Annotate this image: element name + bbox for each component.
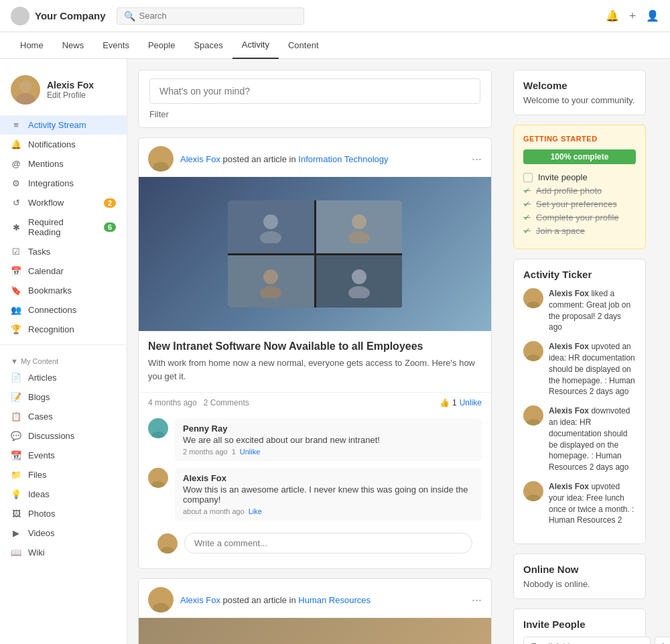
nav-activity[interactable]: Activity — [232, 32, 279, 59]
feed-image — [139, 177, 491, 331]
sidebar-label: Calendar — [28, 266, 64, 276]
search-box[interactable]: 🔍 — [117, 7, 304, 25]
gs-item-label: Complete your profile — [536, 212, 619, 222]
comments-section: Penny Ray We are all so excited about ou… — [139, 413, 491, 568]
svg-point-23 — [529, 291, 538, 300]
sidebar-item-connections[interactable]: 👥 Connections — [0, 300, 127, 320]
sidebar-item-blogs[interactable]: 📝 Blogs — [0, 387, 127, 407]
ticker-avatar — [523, 405, 543, 426]
svg-point-5 — [260, 231, 281, 243]
comment-text: We are all so excited about our brand ne… — [183, 435, 474, 445]
nav-news[interactable]: News — [53, 32, 94, 59]
feed-author-link[interactable]: Alexis Fox — [180, 154, 220, 164]
edit-profile-link[interactable]: Edit Profile — [47, 90, 94, 100]
sidebar-label: Files — [28, 470, 46, 480]
my-content-section[interactable]: ▼ My Content — [0, 350, 127, 368]
gs-item-0: Invite people — [523, 172, 636, 182]
svg-point-15 — [151, 481, 165, 488]
feed-more-menu[interactable]: ··· — [472, 153, 482, 165]
sidebar-item-bookmarks[interactable]: 🔖 Bookmarks — [0, 281, 127, 300]
feed-2-more-menu[interactable]: ··· — [472, 594, 482, 606]
feed-card-header: Alexis Fox posted an article in Informat… — [139, 138, 491, 177]
mentions-icon: @ — [11, 159, 21, 169]
add-icon[interactable]: ＋ — [627, 9, 638, 23]
sidebar-item-workflow[interactable]: ↺ Workflow 2 — [0, 193, 127, 212]
sidebar-item-files[interactable]: 📁 Files — [0, 465, 127, 485]
sidebar-item-articles[interactable]: 📄 Articles — [0, 368, 127, 387]
activity-ticker-card: Activity Ticker Alexis Fox liked a comme… — [513, 259, 646, 544]
sidebar-item-activity-stream[interactable]: ≡ Activity Stream — [0, 115, 127, 135]
online-now-title: Online Now — [523, 564, 636, 575]
feed-category-link[interactable]: Information Technology — [298, 154, 388, 164]
feed-2-author-link[interactable]: Alexis Fox — [180, 595, 220, 605]
filter-label[interactable]: Filter — [149, 109, 480, 119]
ticker-actor: Alexis Fox — [549, 406, 589, 415]
invite-button[interactable]: Invite — [655, 637, 670, 644]
comment-unlike-link[interactable]: Unlike — [240, 448, 261, 456]
sidebar-item-calendar[interactable]: 📅 Calendar — [0, 261, 127, 281]
video-cell-3 — [228, 255, 314, 308]
notifications-bell-icon[interactable]: 🔔 — [606, 9, 619, 22]
svg-point-19 — [153, 603, 169, 613]
sidebar-item-events[interactable]: 📆 Events — [0, 446, 127, 465]
nav-content[interactable]: Content — [279, 32, 328, 59]
unlike-link[interactable]: Unlike — [460, 398, 482, 407]
workflow-badge: 2 — [104, 198, 116, 208]
post-input[interactable] — [149, 78, 480, 104]
gs-item-label: Invite people — [538, 172, 588, 182]
ticker-avatar — [523, 481, 543, 501]
sidebar-label: Connections — [28, 305, 76, 315]
sidebar-item-videos[interactable]: ▶ Videos — [0, 523, 127, 543]
invite-people-checkbox[interactable] — [523, 173, 533, 182]
search-input[interactable] — [139, 11, 297, 21]
ticker-item-3: Alexis Fox upvoted your idea: Free lunch… — [523, 481, 636, 526]
video-cell-4 — [316, 255, 403, 308]
thumbs-up-icon: 👍 — [440, 398, 450, 407]
sidebar-item-ideas[interactable]: 💡 Ideas — [0, 485, 127, 504]
feed-comments-count[interactable]: 2 Comments — [204, 398, 249, 407]
feed-2-category-link[interactable]: Human Resources — [298, 595, 371, 605]
articles-icon: 📄 — [11, 373, 21, 383]
sidebar-item-discussions[interactable]: 💬 Discussions — [0, 426, 127, 446]
svg-point-0 — [19, 80, 31, 92]
sidebar-item-tasks[interactable]: ☑ Tasks — [0, 242, 127, 261]
user-menu-icon[interactable]: 👤 — [646, 9, 659, 22]
company-logo[interactable]: Your Company — [11, 7, 106, 25]
nav-spaces[interactable]: Spaces — [184, 32, 232, 59]
right-panel: Welcome Welcome to your community. GETTI… — [503, 59, 657, 644]
svg-point-14 — [153, 470, 163, 480]
nav-people[interactable]: People — [139, 32, 184, 59]
wiki-icon: 📖 — [11, 548, 21, 558]
invite-email-input[interactable] — [523, 637, 651, 644]
sidebar-item-wiki[interactable]: 📖 Wiki — [0, 543, 127, 562]
sidebar-label: Photos — [28, 509, 55, 519]
comment-author: Alexis Fox — [183, 473, 474, 483]
ticker-action: downvoted an idea: HR documentation shou… — [549, 406, 630, 472]
sidebar-item-required-reading[interactable]: ✱ Required Reading 6 — [0, 212, 127, 242]
sidebar-label: Activity Stream — [28, 120, 86, 130]
sidebar: Alexis Fox Edit Profile ≡ Activity Strea… — [0, 59, 127, 644]
sidebar-item-cases[interactable]: 📋 Cases — [0, 407, 127, 426]
sidebar-item-recognition[interactable]: 🏆 Recognition — [0, 320, 127, 339]
feed-content: New Intranet Software Now Available to a… — [139, 331, 491, 392]
nav-events[interactable]: Events — [93, 32, 139, 59]
getting-started-card: GETTING STARTED 100% complete Invite peo… — [513, 125, 646, 249]
video-cell-2 — [316, 200, 403, 253]
sidebar-item-mentions[interactable]: @ Mentions — [0, 154, 127, 174]
comment-author: Penny Ray — [183, 424, 474, 434]
photos-icon: 🖼 — [11, 509, 21, 519]
sidebar-item-photos[interactable]: 🖼 Photos — [0, 504, 127, 523]
sidebar-item-integrations[interactable]: ⚙ Integrations — [0, 174, 127, 193]
svg-point-7 — [348, 231, 370, 243]
sidebar-label: Videos — [28, 528, 55, 538]
svg-point-17 — [161, 547, 174, 554]
sidebar-item-notifications[interactable]: 🔔 Notifications — [0, 135, 127, 154]
nav-home[interactable]: Home — [11, 32, 53, 59]
feed-header-text: Alexis Fox posted an article in Informat… — [180, 154, 465, 164]
sidebar-divider — [0, 344, 127, 345]
svg-point-28 — [527, 419, 540, 426]
gs-item-1: ✓ Add profile photo — [523, 186, 636, 196]
comment-input[interactable] — [184, 533, 472, 554]
ticker-text: Alexis Fox downvoted an idea: HR documen… — [549, 405, 636, 473]
comment-like-link[interactable]: Like — [249, 507, 262, 515]
